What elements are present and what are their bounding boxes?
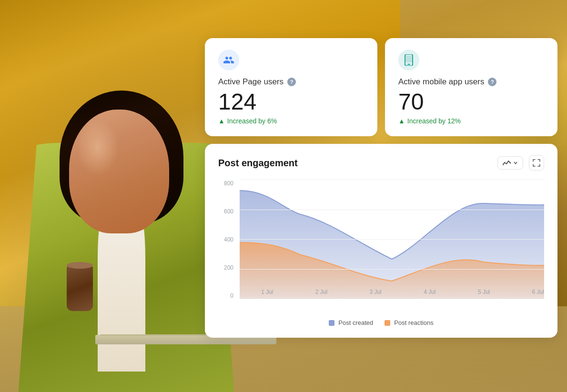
grid-line-600 bbox=[240, 210, 544, 210]
x-label-1jul: 1 Jul bbox=[261, 289, 273, 295]
expand-icon bbox=[533, 159, 540, 167]
active-mobile-users-card: Active mobile app users ? 70 ▲ Increased… bbox=[385, 38, 557, 136]
legend-dot-blue bbox=[329, 320, 334, 326]
mobile-icon-wrapper bbox=[398, 50, 419, 70]
mobile-users-arrow: ▲ bbox=[398, 117, 405, 125]
y-label-400: 400 bbox=[218, 236, 237, 243]
svg-marker-3 bbox=[510, 162, 511, 164]
chart-header: Post engagement bbox=[218, 155, 544, 171]
grid-lines bbox=[240, 180, 544, 299]
coffee-cup bbox=[64, 266, 95, 318]
chart-title: Post engagement bbox=[218, 158, 298, 169]
x-label-4jul: 4 Jul bbox=[424, 289, 435, 295]
page-users-title-row: Active Page users ? bbox=[218, 77, 364, 87]
y-axis-labels: 0 200 400 600 800 bbox=[218, 180, 237, 299]
top-stats-row: Active Page users ? 124 ▲ Increased by 6… bbox=[205, 38, 557, 136]
legend-post-reactions: Post reactions bbox=[385, 319, 433, 326]
page-users-change-text: Increased by 6% bbox=[227, 117, 277, 125]
x-label-3jul: 3 Jul bbox=[369, 289, 381, 295]
line-chart-icon bbox=[503, 160, 511, 166]
mobile-users-help[interactable]: ? bbox=[488, 78, 496, 86]
x-label-5jul: 5 Jul bbox=[478, 289, 490, 295]
mobile-icon bbox=[404, 54, 414, 66]
legend-dot-orange bbox=[385, 320, 390, 326]
chart-area: 0 200 400 600 800 bbox=[218, 180, 544, 313]
chart-plot: 1 Jul 2 Jul 3 Jul 4 Jul 5 Jul 6 Jul bbox=[240, 180, 544, 299]
legend-post-reactions-label: Post reactions bbox=[394, 319, 433, 326]
y-label-600: 600 bbox=[218, 208, 237, 215]
face-highlight bbox=[76, 119, 119, 176]
svg-rect-2 bbox=[405, 56, 412, 62]
users-icon bbox=[223, 54, 234, 66]
mobile-users-change-text: Increased by 12% bbox=[407, 117, 461, 125]
grid-line-400 bbox=[240, 239, 544, 240]
page-users-help[interactable]: ? bbox=[287, 78, 296, 86]
page-users-arrow: ▲ bbox=[218, 117, 225, 125]
legend-post-created: Post created bbox=[329, 319, 373, 326]
cards-container: Active Page users ? 124 ▲ Increased by 6… bbox=[205, 38, 557, 338]
grid-line-200 bbox=[240, 269, 544, 270]
mobile-users-change: ▲ Increased by 12% bbox=[398, 117, 544, 125]
mobile-users-title-row: Active mobile app users ? bbox=[398, 77, 544, 87]
x-label-6jul: 6 Jul bbox=[532, 289, 544, 295]
page-users-title: Active Page users bbox=[218, 77, 284, 87]
active-page-users-card: Active Page users ? 124 ▲ Increased by 6… bbox=[205, 38, 377, 136]
x-label-2jul: 2 Jul bbox=[315, 289, 327, 295]
legend-post-created-label: Post created bbox=[338, 319, 373, 326]
x-axis-labels: 1 Jul 2 Jul 3 Jul 4 Jul 5 Jul 6 Jul bbox=[261, 285, 544, 299]
cup-body bbox=[67, 266, 93, 311]
cup-top bbox=[67, 262, 93, 269]
page-users-change: ▲ Increased by 6% bbox=[218, 117, 364, 125]
mobile-users-value: 70 bbox=[398, 90, 544, 113]
page-users-value: 124 bbox=[218, 90, 364, 113]
users-icon-wrapper bbox=[218, 50, 239, 70]
grid-line-800 bbox=[240, 180, 544, 180]
mobile-users-title: Active mobile app users bbox=[398, 77, 484, 87]
chart-legend: Post created Post reactions bbox=[218, 319, 544, 326]
svg-rect-1 bbox=[407, 64, 410, 65]
chevron-down-icon bbox=[513, 161, 518, 165]
y-label-800: 800 bbox=[218, 180, 237, 187]
post-engagement-card: Post engagement bbox=[205, 144, 557, 338]
chart-type-button[interactable] bbox=[497, 156, 523, 170]
chart-controls bbox=[497, 155, 544, 171]
y-label-0: 0 bbox=[218, 292, 237, 299]
expand-button[interactable] bbox=[529, 155, 544, 171]
y-label-200: 200 bbox=[218, 264, 237, 271]
